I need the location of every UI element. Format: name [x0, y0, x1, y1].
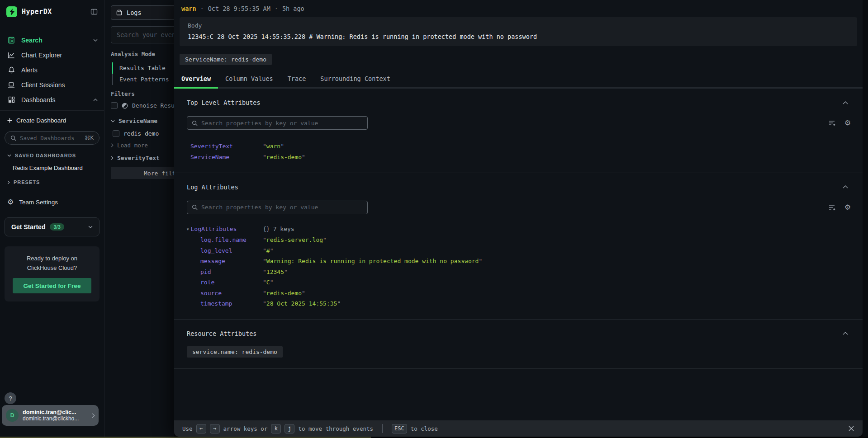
chevron-right-icon — [7, 180, 10, 184]
collapse-section-icon[interactable] — [843, 185, 851, 188]
promo-line-1: Ready to deploy on — [11, 254, 93, 263]
clickhouse-promo-card: Ready to deploy on ClickHouse Cloud? Get… — [5, 246, 100, 301]
attr-key[interactable]: SeverityText — [190, 142, 263, 151]
dashboards-grid-icon — [7, 96, 15, 103]
more-filters-button[interactable]: More filters — [111, 167, 174, 179]
chart-icon — [7, 52, 15, 59]
user-menu[interactable]: D dominic.tran@clic... dominic.tran@clic… — [2, 405, 99, 426]
mode-results-table[interactable]: Results Table — [112, 62, 174, 74]
create-dashboard-button[interactable]: Create Dashboard — [0, 111, 104, 124]
attr-value[interactable]: Warning: Redis is running in protected m… — [263, 257, 851, 265]
load-more-label: Load more — [117, 142, 148, 149]
properties-search-box[interactable] — [187, 116, 368, 130]
sidebar-item-client-sessions[interactable]: Client Sessions — [0, 77, 104, 92]
denoise-results-toggle[interactable]: Denoise Results — [111, 102, 174, 109]
denoise-label: Denoise Results — [132, 102, 174, 109]
service-name-tag[interactable]: ServiceName: redis-demo — [180, 54, 272, 65]
filter-group-servicename[interactable]: ServiceName — [111, 118, 157, 124]
properties-search-input[interactable] — [201, 120, 363, 127]
attr-key[interactable]: message — [200, 257, 263, 265]
collapse-section-icon[interactable] — [843, 101, 851, 104]
filter-group-severitytext[interactable]: SeverityText — [111, 155, 160, 161]
footer-text: arrow keys or — [223, 425, 268, 432]
tab-trace[interactable]: Trace — [280, 71, 313, 89]
get-started-panel[interactable]: Get Started 3/3 — [5, 217, 100, 236]
collapse-sidebar-icon[interactable] — [90, 8, 98, 15]
footer-text: Use — [182, 425, 193, 432]
event-header: warn · Oct 28 9:55:35 AM · 5h ago — [174, 0, 863, 12]
saved-dashboards-group[interactable]: SAVED DASHBOARDS — [0, 153, 104, 158]
sidebar-item-alerts[interactable]: Alerts — [0, 62, 104, 77]
saved-dashboards-label: SAVED DASHBOARDS — [15, 153, 76, 158]
attr-key[interactable]: ServiceName — [190, 153, 263, 161]
attr-value[interactable]: 12345 — [263, 268, 851, 276]
sidebar-item-dashboards[interactable]: Dashboards — [0, 92, 104, 107]
attr-key[interactable]: source — [200, 289, 263, 297]
sidebar-item-search[interactable]: Search — [0, 33, 104, 47]
event-search-box[interactable] — [111, 26, 174, 43]
team-settings-button[interactable]: ⚙ Team Settings — [0, 198, 104, 206]
sidebar-item-label: Chart Explorer — [21, 52, 98, 59]
chevron-down-icon[interactable] — [93, 39, 98, 42]
attr-value[interactable]: # — [263, 247, 851, 255]
presets-group[interactable]: PRESETS — [0, 179, 104, 185]
tab-overview[interactable]: Overview — [174, 71, 218, 89]
laptop-icon — [7, 82, 15, 88]
help-button[interactable]: ? — [5, 392, 16, 404]
search-icon — [10, 135, 16, 141]
top-level-attributes-table: SeverityText warn ServiceName redis-demo — [190, 142, 851, 162]
get-started-free-button[interactable]: Get Started for Free — [13, 278, 91, 293]
sidebar: HyperDX Search Chart Explorer Alerts — [0, 0, 104, 437]
properties-search-input[interactable] — [201, 204, 363, 211]
shortcut-badge: ⌘K — [85, 135, 94, 141]
sidebar-item-chart-explorer[interactable]: Chart Explorer — [0, 47, 104, 62]
saved-dashboards-search[interactable]: Saved Dashboards ⌘K — [5, 131, 100, 145]
event-search-input[interactable] — [117, 31, 174, 38]
tab-surrounding-context[interactable]: Surrounding Context — [313, 71, 397, 89]
filter-lines-icon[interactable] — [829, 120, 835, 126]
user-name: dominic.tran@clic... — [23, 409, 88, 415]
tab-column-values[interactable]: Column Values — [218, 71, 280, 89]
attr-value[interactable]: redis-demo — [263, 153, 851, 161]
checkbox[interactable] — [111, 102, 118, 109]
attr-key[interactable]: log_level — [200, 247, 263, 255]
attr-value[interactable]: 28 Oct 2025 14:55:35 — [263, 300, 851, 308]
checkbox[interactable] — [113, 130, 119, 137]
avatar: D — [6, 409, 19, 422]
key-k: k — [271, 424, 281, 433]
hyperdx-logo-icon — [6, 6, 17, 17]
user-info: dominic.tran@clic... dominic.tran@clickh… — [23, 409, 88, 422]
section-top-level-attributes: Top Level Attributes ⚙ SeverityText warn… — [174, 89, 863, 173]
chevron-down-icon — [7, 154, 11, 157]
resource-attribute-tag[interactable]: service.name: redis-demo — [187, 346, 283, 358]
event-body-card: Body 12345:C 28 Oct 2025 14:55:35.228 # … — [180, 17, 857, 46]
attr-key[interactable]: timestamp — [200, 300, 263, 308]
close-icon[interactable] — [848, 425, 854, 432]
filter-lines-icon[interactable] — [829, 204, 835, 211]
gear-icon[interactable]: ⚙ — [844, 204, 851, 211]
collapse-section-icon[interactable] — [843, 332, 851, 335]
gear-icon[interactable]: ⚙ — [844, 119, 851, 127]
chevron-up-icon[interactable] — [93, 99, 98, 101]
chevron-right-icon — [111, 143, 114, 147]
presets-label: PRESETS — [14, 179, 40, 185]
section-title: Top Level Attributes — [187, 99, 843, 106]
dashboard-link[interactable]: Redis Example Dashboard — [0, 165, 104, 171]
sidebar-item-label: Search — [21, 37, 87, 44]
properties-search-box[interactable] — [187, 201, 368, 214]
tree-root-toggle[interactable]: ▾ LogAttributes — [187, 225, 263, 233]
footer-text: to close — [411, 425, 438, 432]
source-selector[interactable]: Logs — [111, 5, 174, 20]
filter-value-redis-demo[interactable]: redis-demo — [113, 130, 159, 137]
attr-key[interactable]: role — [200, 278, 263, 287]
attr-value[interactable]: warn — [263, 142, 851, 151]
attr-value[interactable]: C — [263, 278, 851, 287]
load-more-button[interactable]: Load more — [111, 142, 148, 149]
attr-value[interactable]: redis-demo — [263, 289, 851, 297]
bell-icon — [7, 66, 15, 74]
tree-root-key: LogAttributes — [191, 225, 237, 233]
mode-event-patterns[interactable]: Event Patterns — [112, 74, 174, 85]
attr-key[interactable]: pid — [200, 268, 263, 276]
attr-key[interactable]: log.file.name — [200, 236, 263, 244]
attr-value[interactable]: redis-server.log — [263, 236, 851, 244]
